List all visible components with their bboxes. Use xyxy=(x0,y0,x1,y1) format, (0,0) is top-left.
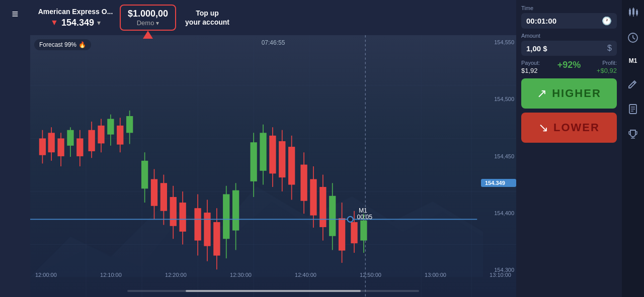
svg-rect-38 xyxy=(151,179,157,206)
svg-rect-46 xyxy=(194,208,201,240)
x-axis: 12:00:00 12:10:00 12:20:00 12:30:00 12:4… xyxy=(30,272,516,278)
svg-rect-24 xyxy=(76,138,83,156)
history-icon[interactable] xyxy=(627,32,638,43)
y-label-3: 154,450 xyxy=(483,153,514,159)
balance-amount: $1.000,00 xyxy=(128,9,168,19)
svg-rect-28 xyxy=(98,126,104,144)
book-icon[interactable] xyxy=(627,104,638,115)
x-label-4: 12:30:00 xyxy=(230,272,252,278)
svg-rect-44 xyxy=(179,203,186,232)
svg-rect-26 xyxy=(88,130,95,151)
right-panel: Time 00:01:00 🕐 Amount 1,00 $ $ Payout: … xyxy=(516,0,622,297)
svg-rect-89 xyxy=(636,11,638,15)
lower-button[interactable]: ↘ LOWER xyxy=(521,113,617,143)
amount-input-row[interactable]: 1,00 $ $ xyxy=(521,41,617,56)
profit-value: +$0,92 xyxy=(597,67,617,74)
svg-rect-50 xyxy=(213,222,220,256)
far-right-panel: M1 xyxy=(622,0,644,297)
m1-badge[interactable]: M1 xyxy=(629,57,637,64)
svg-rect-60 xyxy=(269,136,276,174)
y-axis: 154,550 154,500 154,450 154,400 154,300 xyxy=(481,35,516,277)
asset-dropdown-icon[interactable]: ▾ xyxy=(97,19,101,27)
time-label: Time xyxy=(521,5,617,11)
payout-label: Payout: xyxy=(521,60,551,66)
svg-rect-22 xyxy=(67,130,73,146)
candlestick-chart: M1 00:05 xyxy=(30,35,516,297)
svg-rect-72 xyxy=(329,196,336,236)
profit-section: Profit: +$0,92 xyxy=(587,60,617,74)
menu-icon[interactable]: ≡ xyxy=(12,8,19,21)
svg-line-95 xyxy=(633,82,635,83)
asset-price: 154.349 xyxy=(61,18,94,28)
balance-demo-row: Demo ▾ xyxy=(137,19,159,27)
svg-rect-42 xyxy=(170,197,177,226)
chart-area: Forecast 99% 🔥 07:46:55 xyxy=(30,35,516,297)
svg-rect-48 xyxy=(204,213,210,246)
balance-box[interactable]: $1.000,00 Demo ▾ xyxy=(120,5,176,31)
svg-rect-68 xyxy=(310,179,316,215)
lower-label: LOWER xyxy=(553,121,600,134)
time-value: 00:01:00 xyxy=(526,17,599,25)
svg-rect-78 xyxy=(360,221,367,241)
asset-name: American Express O... xyxy=(38,8,113,16)
svg-rect-64 xyxy=(288,147,295,185)
higher-label: HIGHER xyxy=(552,87,601,100)
amount-row: Amount 1,00 $ $ xyxy=(521,33,617,56)
top-bar: American Express O... ▼ 154.349 ▾ $1.000… xyxy=(30,0,516,35)
edit-trade-icon[interactable] xyxy=(627,78,638,89)
svg-rect-56 xyxy=(250,142,257,181)
x-label-3: 12:20:00 xyxy=(165,272,187,278)
svg-rect-74 xyxy=(339,218,345,250)
svg-rect-66 xyxy=(300,165,307,201)
forecast-label: Forecast 99% xyxy=(39,41,76,48)
svg-rect-83 xyxy=(629,10,631,15)
profit-label: Profit: xyxy=(602,60,617,66)
higher-arrow-icon: ↗ xyxy=(537,86,547,101)
payout-percent: +92% xyxy=(554,60,584,70)
price-direction-icon: ▼ xyxy=(50,18,58,27)
svg-rect-36 xyxy=(141,161,148,189)
svg-rect-16 xyxy=(39,138,46,155)
trophy-icon[interactable] xyxy=(627,129,638,140)
balance-dropdown-icon: ▾ xyxy=(156,20,159,27)
svg-line-94 xyxy=(633,38,635,39)
scroll-track xyxy=(127,290,419,292)
y-label-1: 154,550 xyxy=(483,39,514,45)
balance-type: Demo xyxy=(137,19,154,27)
svg-rect-62 xyxy=(279,141,285,177)
svg-rect-18 xyxy=(48,133,55,152)
svg-rect-34 xyxy=(126,116,133,133)
x-label-2: 12:10:00 xyxy=(100,272,122,278)
current-price-badge: 154.349 xyxy=(481,179,516,187)
time-row: Time 00:01:00 🕐 xyxy=(521,5,617,29)
forecast-icon: 🔥 xyxy=(78,41,86,48)
scroll-thumb[interactable] xyxy=(186,290,361,292)
svg-rect-30 xyxy=(107,119,114,135)
svg-rect-86 xyxy=(632,9,634,15)
currency-icon: $ xyxy=(607,44,612,53)
payout-section: Payout: $1,92 xyxy=(521,60,551,74)
left-sidebar: ≡ xyxy=(0,0,30,297)
lower-arrow-icon: ↘ xyxy=(538,121,548,135)
svg-point-80 xyxy=(348,217,353,222)
y-label-2: 154,500 xyxy=(483,96,514,102)
svg-rect-54 xyxy=(232,190,239,231)
svg-rect-52 xyxy=(223,194,229,239)
svg-rect-40 xyxy=(160,183,167,211)
amount-value: 1,00 $ xyxy=(526,44,604,53)
svg-rect-76 xyxy=(351,222,357,243)
higher-button[interactable]: ↗ HIGHER xyxy=(521,78,617,109)
svg-rect-20 xyxy=(57,138,64,156)
x-label-5: 12:40:00 xyxy=(295,272,316,278)
forecast-badge: Forecast 99% 🔥 xyxy=(34,39,91,50)
svg-text:M1: M1 xyxy=(359,207,367,214)
candlestick-view-icon[interactable] xyxy=(627,7,638,18)
svg-text:00:05: 00:05 xyxy=(357,214,373,221)
svg-rect-32 xyxy=(117,126,123,145)
time-input-row[interactable]: 00:01:00 🕐 xyxy=(521,13,617,29)
topup-button[interactable]: Top upyour account xyxy=(180,7,234,29)
asset-info[interactable]: American Express O... ▼ 154.349 ▾ xyxy=(35,8,116,28)
x-label-8: 13:10:00 xyxy=(490,272,511,278)
svg-rect-70 xyxy=(319,187,326,227)
svg-rect-58 xyxy=(260,133,266,171)
